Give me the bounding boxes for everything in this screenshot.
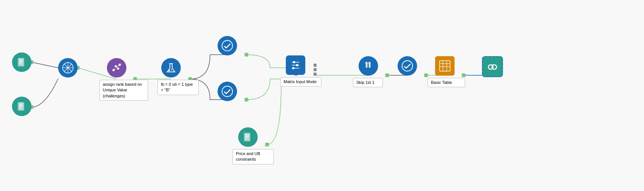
node-check2[interactable]: [218, 82, 237, 101]
svg-point-42: [115, 65, 117, 67]
grid-icon: [58, 58, 78, 78]
connection-lines: [0, 0, 644, 191]
flask-label: lb = 0 ub = 1 type = "B": [158, 80, 199, 95]
search-icon: [482, 56, 503, 77]
svg-rect-20: [314, 64, 317, 67]
book3-label: Price and UB constraints: [233, 149, 274, 164]
svg-point-60: [296, 64, 298, 66]
svg-point-59: [293, 61, 295, 63]
check3-icon: [398, 56, 417, 76]
svg-point-61: [292, 67, 294, 69]
tubes-icon: [359, 56, 378, 76]
node-scatter[interactable]: assign rank based on Unique Value (chall…: [107, 58, 126, 78]
svg-point-48: [171, 69, 172, 70]
svg-rect-27: [18, 58, 24, 66]
book1-icon: [12, 52, 32, 72]
svg-rect-15: [265, 143, 269, 146]
matrix-icon: [286, 55, 305, 75]
book3-icon: [238, 127, 258, 147]
svg-rect-52: [245, 133, 250, 141]
svg-rect-22: [314, 73, 317, 76]
svg-point-47: [168, 70, 170, 71]
node-basic-table[interactable]: Basic Table: [435, 56, 455, 76]
node-book1[interactable]: [12, 52, 32, 72]
check2-icon: [218, 82, 237, 101]
svg-rect-24: [424, 73, 428, 77]
svg-point-43: [117, 67, 119, 70]
workflow-canvas: assign rank based on Unique Value (chall…: [0, 0, 644, 191]
flask-icon: [161, 58, 181, 78]
check1-icon: [218, 36, 237, 55]
node-tubes[interactable]: Skip 1st 1: [359, 56, 378, 76]
node-flask[interactable]: lb = 0 ub = 1 type = "B": [161, 58, 181, 78]
svg-point-49: [222, 40, 233, 51]
book2-icon: [12, 97, 32, 116]
svg-rect-23: [385, 73, 389, 77]
svg-rect-14: [245, 98, 248, 101]
node-check3[interactable]: [398, 56, 417, 76]
node-matrix[interactable]: Matrix Input Mode: [286, 55, 305, 75]
scatter-label: assign rank based on Unique Value (chall…: [99, 80, 148, 101]
scatter-icon: [107, 58, 126, 78]
basic-table-label: Basic Table: [428, 78, 465, 87]
svg-rect-25: [462, 73, 465, 77]
svg-rect-32: [18, 103, 24, 110]
tubes-label: Skip 1st 1: [353, 78, 383, 87]
basic-table-icon: [435, 56, 455, 76]
svg-point-50: [222, 86, 233, 97]
node-book2[interactable]: [12, 97, 32, 116]
svg-rect-21: [314, 68, 317, 71]
svg-rect-13: [245, 53, 248, 57]
node-grid[interactable]: [58, 58, 78, 78]
matrix-label: Matrix Input Mode: [280, 77, 321, 87]
svg-line-45: [113, 64, 121, 71]
svg-point-66: [402, 61, 413, 71]
svg-rect-67: [440, 61, 450, 71]
node-book3[interactable]: Price and UB constraints: [238, 127, 258, 147]
node-search[interactable]: [482, 56, 503, 77]
node-check1[interactable]: [218, 36, 237, 55]
